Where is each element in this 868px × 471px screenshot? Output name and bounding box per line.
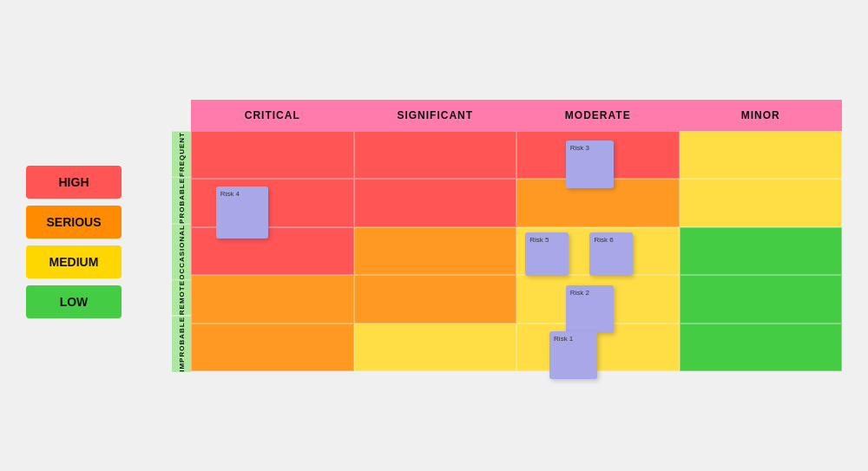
sticky-note-risk-2: Risk 2 (566, 285, 614, 333)
grid-cell (354, 275, 517, 324)
y-axis-container (148, 100, 172, 372)
grid-cell (191, 275, 354, 324)
sticky-note-risk-3: Risk 3 (566, 141, 614, 188)
legend: HIGH SERIOUS MEDIUM LOW (26, 154, 130, 318)
chart-area: FREQUENTPROBABLEOCCASIONALREMOTEIMPROBAB… (148, 100, 842, 372)
grid-with-labels: FREQUENTPROBABLEOCCASIONALREMOTEIMPROBAB… (172, 100, 842, 372)
grid-cell (680, 324, 843, 372)
legend-medium: MEDIUM (26, 245, 122, 278)
row-label-improbable: IMPROBABLE (172, 316, 191, 372)
grid-cell (191, 131, 354, 180)
sticky-note-risk-4: Risk 4 (216, 186, 268, 239)
grid-cell (354, 227, 517, 276)
grid-row: Risk 5Risk 6 (191, 227, 842, 276)
grid-cell (680, 275, 843, 324)
grid-row: Risk 2 (191, 275, 842, 324)
grid-cell (354, 324, 517, 372)
sticky-note-risk-5: Risk 5 (525, 232, 569, 276)
header-significant: SIGNIFICANT (354, 100, 517, 131)
grid-cell: Risk 3 (516, 131, 680, 180)
chart-wrapper: FREQUENTPROBABLEOCCASIONALREMOTEIMPROBAB… (148, 100, 842, 372)
grid-cell: Risk 5Risk 6 (516, 227, 680, 276)
legend-low: LOW (26, 285, 122, 318)
row-label-frequent: FREQUENT (172, 131, 191, 177)
grid-cell (680, 179, 843, 227)
sticky-note-risk-6: Risk 6 (589, 232, 633, 276)
grid-cell: Risk 2 (516, 275, 680, 324)
grid-body: Risk 3Risk 4Risk 5Risk 6Risk 2Risk 1 (191, 131, 842, 372)
row-label-probable: PROBABLE (172, 177, 191, 224)
header-minor: MINOR (680, 100, 843, 131)
grid-cell (354, 179, 517, 227)
grid-cell: Risk 4 (191, 179, 354, 227)
grid: CRITICALSIGNIFICANTMODERATEMINOR Risk 3R… (191, 100, 842, 372)
header-row: CRITICALSIGNIFICANTMODERATEMINOR (191, 100, 842, 131)
grid-row: Risk 1 (191, 324, 842, 372)
header-moderate: MODERATE (516, 100, 680, 131)
row-label-remote: REMOTE (172, 279, 191, 315)
row-label-occasional: OCCASIONAL (172, 224, 191, 280)
row-labels: FREQUENTPROBABLEOCCASIONALREMOTEIMPROBAB… (172, 131, 191, 372)
grid-cell (354, 131, 517, 180)
sticky-note-risk-1: Risk 1 (549, 331, 597, 379)
legend-serious: SERIOUS (26, 206, 122, 239)
grid-cell (191, 324, 354, 372)
main-container: HIGH SERIOUS MEDIUM LOW FREQUENTPROBABLE… (17, 82, 851, 389)
grid-row: Risk 4 (191, 179, 842, 227)
grid-cell (680, 131, 843, 180)
header-critical: CRITICAL (191, 100, 354, 131)
grid-cell (680, 227, 843, 276)
legend-high: HIGH (26, 166, 122, 199)
grid-row: Risk 3 (191, 131, 842, 180)
